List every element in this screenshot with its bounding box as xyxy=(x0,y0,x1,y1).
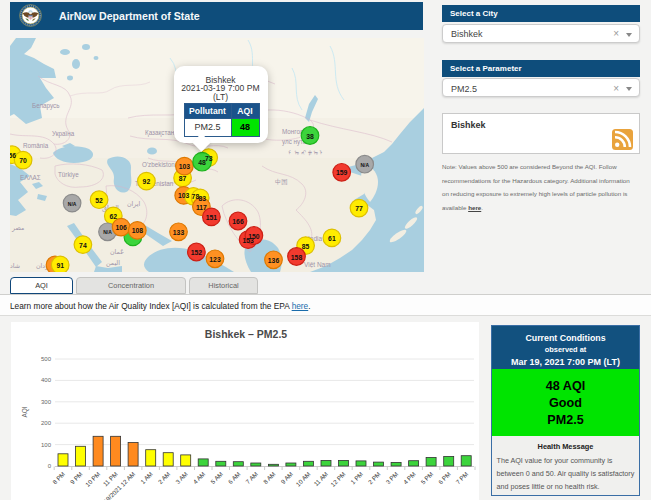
svg-text:151: 151 xyxy=(206,213,218,220)
svg-text:152: 152 xyxy=(191,249,203,256)
svg-text:70: 70 xyxy=(19,157,27,164)
svg-text:Türkiye: Türkiye xyxy=(58,171,79,179)
svg-text:77: 77 xyxy=(355,205,363,212)
svg-text:123: 123 xyxy=(209,255,221,262)
svg-text:91: 91 xyxy=(56,261,64,268)
svg-text:N/A: N/A xyxy=(103,229,112,235)
svg-text:103: 103 xyxy=(178,192,190,199)
svg-text:73: 73 xyxy=(205,154,213,161)
svg-text:ᠮᠣᠩᠭᠣᠯ: ᠮᠣᠩᠭᠣᠯ xyxy=(288,149,326,156)
svg-text:100: 100 xyxy=(41,442,52,448)
svg-text:200: 200 xyxy=(41,420,52,426)
svg-text:166: 166 xyxy=(232,218,244,225)
svg-text:Việt Nam: Việt Nam xyxy=(304,261,331,268)
svg-text:158: 158 xyxy=(291,253,303,260)
svg-text:ايران: ايران xyxy=(127,200,141,208)
svg-text:85: 85 xyxy=(302,242,310,249)
svg-text:România: România xyxy=(23,142,49,149)
svg-text:400: 400 xyxy=(41,377,52,383)
svg-text:133: 133 xyxy=(173,228,185,235)
svg-text:O'zbekiston: O'zbekiston xyxy=(142,161,175,168)
svg-text:Bishkek – PM2.5: Bishkek – PM2.5 xyxy=(205,328,287,340)
svg-text:Беларусь: Беларусь xyxy=(32,102,60,110)
svg-text:38: 38 xyxy=(306,132,314,139)
svg-text:74: 74 xyxy=(79,241,87,248)
svg-text:87: 87 xyxy=(179,174,187,181)
svg-text:150: 150 xyxy=(248,232,260,239)
svg-text:500: 500 xyxy=(41,356,52,362)
svg-text:136: 136 xyxy=(268,256,280,263)
svg-text:52: 52 xyxy=(95,196,103,203)
svg-text:Україна: Україна xyxy=(52,130,75,138)
svg-text:117: 117 xyxy=(196,203,207,210)
svg-text:108: 108 xyxy=(132,227,144,234)
svg-text:ΕΛΛΑΣ: ΕΛΛΑΣ xyxy=(20,174,41,181)
svg-text:48: 48 xyxy=(198,158,206,165)
svg-text:92: 92 xyxy=(143,178,151,185)
svg-text:56: 56 xyxy=(10,151,16,158)
svg-text:N/A: N/A xyxy=(68,200,77,206)
svg-text:103: 103 xyxy=(179,163,191,170)
svg-text:عُمان: عُمان xyxy=(110,248,124,255)
svg-text:N/A: N/A xyxy=(360,161,369,167)
svg-text:مصر: مصر xyxy=(11,224,24,232)
svg-text:61: 61 xyxy=(328,234,336,241)
svg-text:AQI: AQI xyxy=(21,406,29,417)
svg-text:شاد: شاد xyxy=(10,262,20,269)
svg-text:62: 62 xyxy=(110,212,118,219)
svg-text:اليمن: اليمن xyxy=(106,259,120,267)
svg-text:中国: 中国 xyxy=(275,178,288,186)
svg-text:106: 106 xyxy=(115,224,127,231)
svg-text:159: 159 xyxy=(336,169,348,176)
svg-text:83: 83 xyxy=(198,194,206,201)
svg-text:Қазақстан: Қазақстан xyxy=(145,129,175,137)
svg-text:300: 300 xyxy=(41,399,52,405)
